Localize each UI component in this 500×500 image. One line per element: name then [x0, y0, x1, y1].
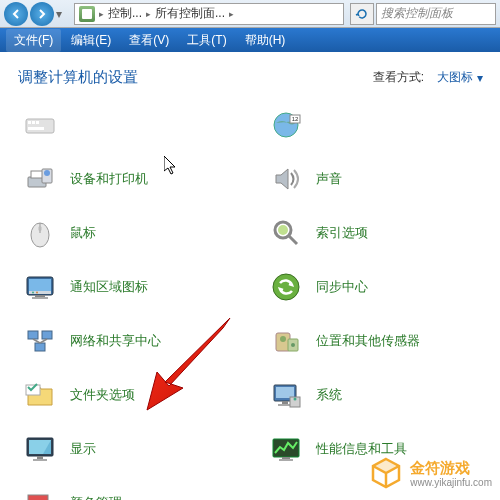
- nav-forward-button[interactable]: [30, 2, 54, 26]
- breadcrumb-seg-1[interactable]: 控制...: [108, 5, 142, 22]
- svg-rect-1: [28, 121, 31, 124]
- cp-item-system[interactable]: 系统: [264, 371, 490, 419]
- svg-rect-23: [35, 295, 45, 297]
- control-panel-icon: [79, 6, 95, 22]
- menu-help[interactable]: 帮助(H): [237, 29, 294, 52]
- content-header: 调整计算机的设置 查看方式: 大图标 ▾: [18, 66, 490, 89]
- cp-item-label: 索引选项: [316, 224, 368, 242]
- view-mode-value: 大图标: [437, 69, 473, 86]
- cp-item-label: 系统: [316, 386, 342, 404]
- svg-rect-14: [39, 226, 42, 231]
- svg-rect-45: [33, 459, 47, 461]
- system-icon: [268, 377, 304, 413]
- svg-point-11: [44, 170, 50, 176]
- cp-item-region[interactable]: 12: [264, 101, 490, 149]
- svg-rect-26: [28, 331, 38, 339]
- svg-rect-28: [35, 343, 45, 351]
- svg-point-25: [273, 274, 299, 300]
- svg-line-16: [289, 236, 297, 244]
- cp-item-label: 鼠标: [70, 224, 96, 242]
- watermark-url: www.yikajinfu.com: [410, 477, 492, 488]
- search-placeholder: 搜索控制面板: [381, 5, 453, 22]
- svg-point-22: [36, 292, 38, 294]
- search-input[interactable]: 搜索控制面板: [376, 3, 496, 25]
- svg-rect-35: [26, 385, 40, 395]
- cp-item-keyboard[interactable]: [18, 101, 244, 149]
- cp-item-label: 文件夹选项: [70, 386, 135, 404]
- svg-rect-49: [28, 495, 48, 500]
- nav-history-dropdown[interactable]: ▾: [56, 7, 68, 21]
- breadcrumb-arrow-icon: ▸: [229, 9, 234, 19]
- cp-item-display[interactable]: 显示: [18, 425, 244, 473]
- sync-center-icon: [268, 269, 304, 305]
- view-mode-dropdown[interactable]: 大图标 ▾: [430, 66, 490, 89]
- cp-item-label: 同步中心: [316, 278, 368, 296]
- cp-item-color-management[interactable]: 颜色管理: [18, 479, 244, 500]
- svg-rect-37: [276, 387, 294, 398]
- keyboard-icon: [22, 107, 58, 143]
- cp-item-label: 通知区域图标: [70, 278, 148, 296]
- svg-line-30: [40, 339, 47, 343]
- address-bar[interactable]: ▸ 控制... ▸ 所有控制面... ▸: [74, 3, 344, 25]
- svg-rect-2: [32, 121, 35, 124]
- mouse-icon: [22, 215, 58, 251]
- cp-item-mouse[interactable]: 鼠标: [18, 209, 244, 257]
- cp-item-devices-printers[interactable]: 设备和打印机: [18, 155, 244, 203]
- cp-item-label: 网络和共享中心: [70, 332, 161, 350]
- cp-item-sync-center[interactable]: 同步中心: [264, 263, 490, 311]
- control-panel-items: 12 设备和打印机 声音 鼠标 索引选项: [18, 101, 490, 500]
- refresh-button[interactable]: [350, 3, 374, 25]
- svg-rect-48: [279, 459, 293, 461]
- svg-rect-27: [42, 331, 52, 339]
- menu-view[interactable]: 查看(V): [121, 29, 177, 52]
- cp-item-label: 颜色管理: [70, 494, 122, 500]
- svg-rect-19: [29, 279, 51, 291]
- cp-item-notification-area[interactable]: 通知区域图标: [18, 263, 244, 311]
- watermark: 金符游戏 www.yikajinfu.com: [368, 456, 492, 492]
- color-management-icon: [22, 485, 58, 500]
- menu-file[interactable]: 文件(F): [6, 29, 61, 52]
- breadcrumb-seg-2[interactable]: 所有控制面...: [155, 5, 225, 22]
- svg-point-34: [291, 343, 295, 347]
- region-icon: 12: [268, 107, 304, 143]
- cp-item-sound[interactable]: 声音: [264, 155, 490, 203]
- svg-rect-9: [31, 171, 43, 178]
- cp-item-label: 显示: [70, 440, 96, 458]
- cp-item-label: 位置和其他传感器: [316, 332, 420, 350]
- devices-printers-icon: [22, 161, 58, 197]
- nav-back-button[interactable]: [4, 2, 28, 26]
- notification-area-icon: [22, 269, 58, 305]
- svg-point-21: [32, 292, 34, 294]
- network-sharing-icon: [22, 323, 58, 359]
- menu-tools[interactable]: 工具(T): [179, 29, 234, 52]
- svg-rect-47: [282, 457, 290, 459]
- watermark-title: 金符游戏: [410, 460, 492, 477]
- cp-item-folder-options[interactable]: 文件夹选项: [18, 371, 244, 419]
- svg-rect-44: [37, 456, 43, 459]
- location-sensors-icon: [268, 323, 304, 359]
- cp-item-location-sensors[interactable]: 位置和其他传感器: [264, 317, 490, 365]
- sound-icon: [268, 161, 304, 197]
- watermark-cube-icon: [368, 456, 404, 492]
- window-titlebar: ▾ ▸ 控制... ▸ 所有控制面... ▸ 搜索控制面板: [0, 0, 500, 28]
- svg-rect-3: [36, 121, 39, 124]
- svg-point-32: [280, 336, 286, 342]
- chevron-down-icon: ▾: [477, 71, 483, 85]
- svg-rect-24: [32, 297, 48, 299]
- display-icon: [22, 431, 58, 467]
- menu-bar: 文件(F) 编辑(E) 查看(V) 工具(T) 帮助(H): [0, 28, 500, 52]
- folder-options-icon: [22, 377, 58, 413]
- svg-rect-38: [282, 401, 288, 404]
- breadcrumb-arrow-icon: ▸: [99, 9, 104, 19]
- view-mode-label: 查看方式:: [373, 69, 424, 86]
- cp-item-index[interactable]: 索引选项: [264, 209, 490, 257]
- performance-icon: [268, 431, 304, 467]
- menu-edit[interactable]: 编辑(E): [63, 29, 119, 52]
- content-area: 调整计算机的设置 查看方式: 大图标 ▾ 12 设备和打印机: [0, 52, 500, 500]
- cp-item-label: 设备和打印机: [70, 170, 148, 188]
- cp-item-network-sharing[interactable]: 网络和共享中心: [18, 317, 244, 365]
- svg-point-17: [278, 225, 288, 235]
- page-title: 调整计算机的设置: [18, 68, 373, 87]
- cp-item-label: 声音: [316, 170, 342, 188]
- svg-rect-4: [28, 127, 44, 130]
